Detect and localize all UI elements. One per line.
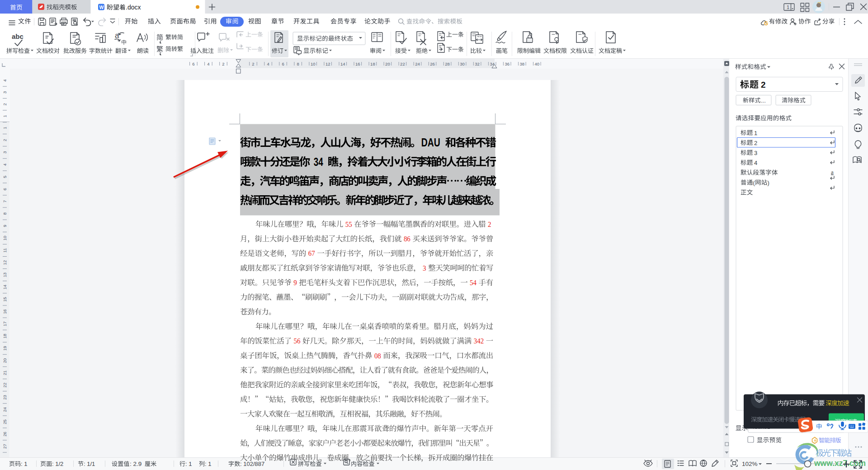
svg-text:27: 27 (2, 444, 7, 449)
svg-text:26: 26 (2, 432, 7, 437)
svg-text:17: 17 (2, 321, 7, 326)
svg-text:2: 2 (761, 80, 766, 89)
svg-text:20: 20 (385, 61, 390, 66)
svg-text:: 1: : 1 (205, 461, 211, 467)
svg-text:34: 34 (314, 155, 323, 168)
svg-text:36: 36 (505, 61, 509, 66)
svg-text:: 1: : 1 (21, 461, 27, 467)
svg-text:4: 4 (2, 79, 7, 81)
svg-text:3: 3 (754, 150, 757, 156)
svg-text:3: 3 (2, 91, 7, 94)
svg-text:2: 2 (222, 61, 224, 66)
svg-text:6: 6 (2, 188, 7, 190)
svg-text:67: 67 (308, 249, 315, 258)
svg-text:4: 4 (2, 164, 7, 166)
svg-text:1: 1 (787, 5, 789, 10)
svg-text:30: 30 (460, 61, 465, 66)
svg-text:54: 54 (470, 278, 476, 287)
svg-text:www.xz7.com: www.xz7.com (814, 459, 866, 468)
svg-text:10: 10 (2, 236, 7, 241)
svg-text:a: a (115, 31, 119, 40)
svg-text:56: 56 (294, 337, 301, 345)
svg-text:11: 11 (2, 248, 7, 253)
svg-text:22: 22 (2, 383, 7, 388)
svg-text:.docx: .docx (126, 4, 141, 11)
svg-text:): ) (768, 179, 769, 186)
svg-text:2: 2 (2, 103, 7, 105)
svg-text:16: 16 (2, 309, 7, 314)
svg-text:25: 25 (2, 419, 7, 424)
svg-text:19: 19 (2, 346, 7, 351)
svg-text:28: 28 (445, 61, 450, 66)
svg-text:13: 13 (2, 273, 7, 277)
svg-text:12: 12 (2, 260, 7, 265)
svg-text:10: 10 (311, 61, 316, 66)
svg-text:: 2.9: : 2.9 (130, 461, 142, 467)
svg-text:9: 9 (293, 278, 297, 287)
svg-text:102%: 102% (742, 461, 758, 467)
svg-text:abc: abc (12, 33, 24, 40)
svg-text:40: 40 (535, 61, 540, 66)
svg-text:14: 14 (2, 285, 7, 290)
svg-text:a: a (831, 169, 834, 175)
svg-text:23: 23 (2, 395, 7, 400)
svg-text:26: 26 (430, 61, 435, 66)
svg-text:55: 55 (345, 220, 352, 229)
svg-text:5: 5 (2, 176, 7, 178)
svg-text:24: 24 (415, 61, 420, 66)
svg-text:20: 20 (2, 358, 7, 363)
svg-text:38: 38 (520, 61, 525, 66)
svg-text:: 1/1: : 1/1 (84, 461, 95, 467)
svg-text:8: 8 (2, 212, 7, 215)
svg-text:18: 18 (370, 61, 375, 66)
svg-text:18: 18 (2, 334, 7, 338)
svg-text:9: 9 (2, 225, 7, 227)
svg-text:7: 7 (2, 200, 7, 202)
svg-text:2: 2 (252, 61, 254, 66)
svg-text:3: 3 (2, 151, 7, 154)
svg-text:...: ... (761, 97, 766, 104)
svg-text:2: 2 (488, 220, 491, 229)
svg-text:4: 4 (754, 160, 757, 166)
svg-text:: 1/2: : 1/2 (52, 461, 63, 467)
svg-text:86: 86 (404, 235, 410, 243)
svg-text:4: 4 (207, 61, 209, 66)
svg-text:2: 2 (2, 139, 7, 141)
svg-text:(: ( (753, 179, 755, 186)
svg-text:2: 2 (754, 140, 757, 146)
svg-text:3: 3 (423, 264, 426, 273)
svg-text:24: 24 (2, 407, 7, 412)
svg-text:12: 12 (326, 61, 330, 66)
svg-text:32: 32 (475, 61, 480, 66)
svg-text:21: 21 (2, 371, 7, 376)
svg-text:8: 8 (297, 61, 299, 66)
svg-text:15: 15 (2, 297, 7, 302)
svg-text:14: 14 (340, 61, 345, 66)
svg-text:4: 4 (267, 61, 269, 66)
svg-text:W: W (99, 5, 104, 10)
svg-text:: 1: : 1 (185, 461, 192, 467)
svg-text:08: 08 (374, 352, 381, 360)
svg-text:342: 342 (474, 337, 484, 345)
svg-text:6: 6 (282, 61, 284, 66)
svg-text:1: 1 (754, 130, 757, 136)
svg-text:1: 1 (2, 115, 7, 118)
svg-text:16: 16 (355, 61, 360, 66)
svg-text:6: 6 (192, 61, 194, 66)
svg-text:: 102/887: : 102/887 (240, 461, 264, 467)
svg-text:22: 22 (400, 61, 405, 66)
svg-text:DAU: DAU (421, 136, 440, 149)
svg-text:1: 1 (2, 127, 7, 129)
